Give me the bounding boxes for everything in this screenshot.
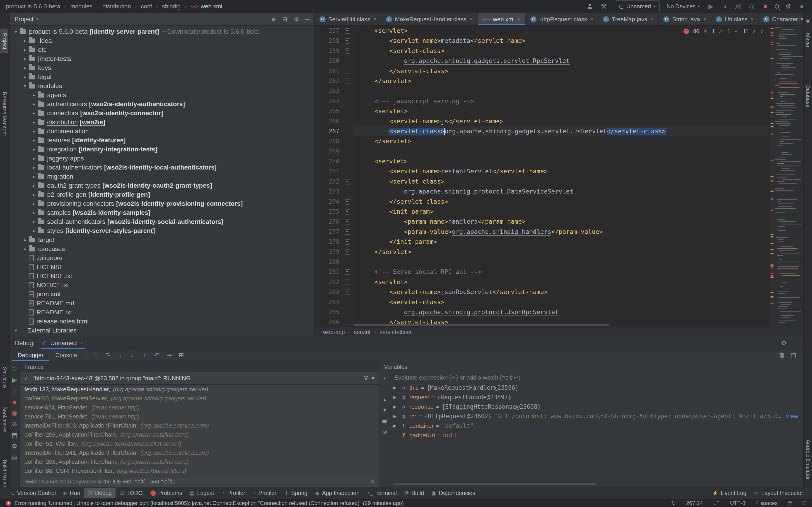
- wrench-icon[interactable]: ⚒: [600, 2, 608, 11]
- editor-tab[interactable]: CUri.class×: [711, 13, 759, 25]
- tree-chevron-icon[interactable]: ▸: [30, 110, 38, 116]
- collapse-all-icon[interactable]: ⊟: [282, 16, 287, 23]
- fold-marker[interactable]: [342, 166, 353, 176]
- stack-frame[interactable]: fetch:133, MakeRequestHandler,(org.apach…: [20, 385, 378, 394]
- code-line[interactable]: org.apache.shindig.protocol.JsonRpcServl…: [354, 307, 769, 317]
- debug-session-tab[interactable]: ▢ Unnamed ×: [41, 337, 85, 349]
- evaluate-expression-row[interactable]: Evaluate expression (↵) or add a watch (…: [390, 372, 803, 383]
- tab-debugger[interactable]: Debugger: [12, 349, 49, 361]
- tree-row[interactable]: ▸.idea: [9, 36, 314, 45]
- fold-marker[interactable]: [342, 76, 353, 86]
- fold-marker[interactable]: [342, 126, 353, 136]
- fold-marker[interactable]: [342, 277, 353, 287]
- breadcrumb-item[interactable]: conf: [141, 3, 152, 10]
- toolwindow-button-profiler[interactable]: ◔Profiler: [249, 488, 280, 498]
- code-line[interactable]: <servlet-name>restapiServlet</servlet-na…: [354, 166, 769, 176]
- caret-position[interactable]: 267:24: [686, 500, 703, 506]
- copy-icon[interactable]: ▣: [382, 417, 388, 424]
- tree-chevron-icon[interactable]: ▸: [30, 219, 38, 225]
- tree-chevron-icon[interactable]: ▸: [30, 101, 38, 107]
- stack-frame[interactable]: doFilter:88, CSRFPreventionFilter,(org.w…: [20, 466, 378, 475]
- settings-icon[interactable]: ⚙: [12, 443, 17, 450]
- close-icon[interactable]: ×: [751, 16, 754, 22]
- code-line[interactable]: <servlet-name>jsonRpcServlet</servlet-na…: [354, 287, 769, 297]
- lock-icon[interactable]: [788, 502, 792, 505]
- fold-marker[interactable]: [342, 106, 353, 116]
- watch-icon[interactable]: ◎: [382, 428, 387, 435]
- tab-console[interactable]: Console: [49, 349, 83, 361]
- coverage-icon[interactable]: ◎: [748, 2, 756, 11]
- code-line[interactable]: <servlet>: [354, 156, 769, 166]
- move-up-icon[interactable]: ▴: [383, 396, 386, 403]
- breadcrumb-item[interactable]: product-is-5.6.0-beta: [6, 3, 60, 10]
- line-number[interactable]: 278: [315, 237, 342, 247]
- tree-row[interactable]: ▸usecases: [9, 244, 314, 253]
- breadcrumb-item[interactable]: shindig: [162, 3, 181, 10]
- code-line[interactable]: <!-- Serve social RPC api -->: [354, 267, 769, 277]
- tree-row[interactable]: ▸legal: [9, 72, 314, 81]
- tree-row[interactable]: ▸samples[wso2is-identity-samples]: [9, 208, 314, 217]
- tree-row[interactable]: ▸target: [9, 235, 314, 244]
- add-watch-icon[interactable]: +: [383, 375, 387, 381]
- step-into-icon[interactable]: ↓: [114, 351, 126, 359]
- stack-frame[interactable]: internalDoFilter:303, ApplicationFilterC…: [20, 421, 378, 430]
- tree-chevron-icon[interactable]: ▸: [30, 192, 38, 198]
- tree-chevron-icon[interactable]: ▾: [12, 29, 20, 35]
- breadcrumb-item[interactable]: distribution: [102, 3, 131, 10]
- threads-icon[interactable]: ≡: [90, 351, 102, 359]
- settings-icon[interactable]: ⚙: [294, 16, 299, 23]
- code-line[interactable]: </servlet-class>: [354, 66, 769, 76]
- fold-marker[interactable]: [342, 267, 353, 277]
- fold-marker[interactable]: [342, 46, 353, 56]
- step-over-icon[interactable]: ↷: [102, 351, 114, 359]
- line-number[interactable]: 257: [315, 26, 342, 36]
- line-number[interactable]: 272: [315, 176, 342, 186]
- indent-setting[interactable]: 4 spaces: [756, 500, 777, 506]
- move-down-icon[interactable]: ▾: [383, 407, 386, 413]
- editor-tab[interactable]: CString.java×: [659, 13, 711, 25]
- pause-icon[interactable]: ∥: [13, 388, 16, 395]
- sidebar-item-project[interactable]: Project: [0, 29, 8, 53]
- sidebar-item-database[interactable]: Database: [804, 81, 812, 111]
- toolwindow-button-logcat[interactable]: ▤Logcat: [186, 488, 218, 498]
- debug-attach-icon[interactable]: Ж: [734, 2, 743, 11]
- code-line[interactable]: </servlet>: [354, 76, 769, 86]
- device-selector[interactable]: No Devices ▾: [667, 3, 700, 10]
- variable-row[interactable]: ▶prcr={HttpRequest@23602}"GET /\n\nHost:…: [390, 411, 803, 421]
- chevron-down-icon[interactable]: ▾: [36, 17, 38, 22]
- tree-chevron-icon[interactable]: ▸: [21, 65, 29, 71]
- code-line[interactable]: <servlet>: [354, 277, 769, 287]
- line-number[interactable]: 265: [315, 106, 342, 116]
- code-line[interactable]: <param-name>handlers</param-name>: [354, 217, 769, 227]
- hide-panel-icon[interactable]: ─: [305, 16, 309, 23]
- line-number[interactable]: 282: [315, 277, 342, 287]
- locate-file-icon[interactable]: ⊕: [271, 16, 276, 23]
- stack-frame[interactable]: service:731, HttpServlet,(javax.servlet.…: [20, 412, 378, 421]
- toolwindow-button-terminal[interactable]: >_Terminal: [363, 488, 401, 498]
- line-number[interactable]: 281: [315, 267, 342, 277]
- notifications-icon[interactable]: ◉: [804, 16, 812, 25]
- fold-marker[interactable]: [342, 227, 353, 237]
- next-problem-icon[interactable]: ∨: [760, 29, 763, 34]
- line-number[interactable]: 276: [315, 217, 342, 227]
- fold-marker[interactable]: [342, 217, 353, 227]
- close-icon[interactable]: ×: [518, 16, 521, 22]
- line-number[interactable]: 262: [315, 76, 342, 86]
- code-line[interactable]: </servlet>: [354, 136, 769, 146]
- tree-chevron-icon[interactable]: ▸: [30, 228, 38, 234]
- code-with-me-icon[interactable]: [587, 4, 593, 9]
- line-number[interactable]: 283: [315, 287, 342, 297]
- line-number[interactable]: 286: [315, 317, 342, 327]
- close-icon[interactable]: ×: [590, 16, 593, 22]
- line-number[interactable]: 260: [315, 56, 342, 66]
- fold-marker[interactable]: [342, 136, 353, 146]
- restore-layout-icon[interactable]: ▤: [11, 432, 17, 439]
- toolwindow-button-spring[interactable]: ⚘Spring: [280, 488, 311, 498]
- close-icon[interactable]: ×: [470, 16, 473, 22]
- layout-icon[interactable]: ▥: [775, 351, 787, 359]
- rerun-icon[interactable]: ↻: [12, 365, 17, 373]
- line-number[interactable]: 258: [315, 36, 342, 46]
- prev-problem-icon[interactable]: ∧: [753, 29, 756, 34]
- tree-row[interactable]: LICENSE.txt: [9, 272, 314, 281]
- fold-marker[interactable]: [342, 26, 353, 36]
